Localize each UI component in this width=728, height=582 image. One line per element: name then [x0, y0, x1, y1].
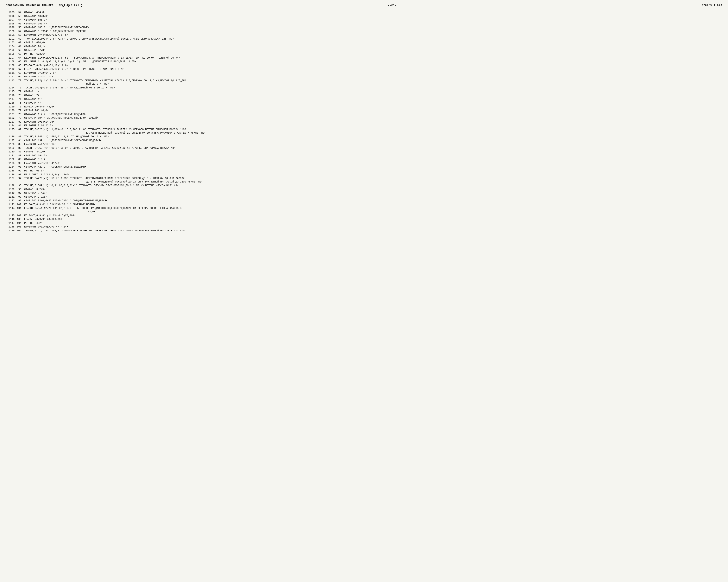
row-index2: 104 [17, 222, 24, 225]
row-index1: 1140 [6, 192, 17, 195]
row-index2: 59 [17, 37, 24, 41]
row-text: Е11=50НТ,11=8=2(А2=13,21)(А1,2)(Р1,2)' 5… [24, 60, 722, 64]
row-text: С147=13' 1323,0• [24, 15, 722, 18]
row-index2: 55 [17, 22, 24, 26]
row-index2: 65 [17, 60, 24, 64]
row-index2: 102 [17, 214, 24, 218]
row-text: Е6=85НТ,6=9=9' 20,6Х0,001• [24, 218, 722, 221]
row-index2: 62 [17, 49, 24, 52]
row-index1: 1138 [6, 184, 17, 187]
row-text: С147=16' 11• [24, 98, 722, 101]
row-index1: 1125 [6, 128, 17, 131]
row-index1: 1108 [6, 60, 17, 64]
row-index1: 1096 [6, 15, 17, 18]
table-row: 114299С147=24' 32Х0,6+35,9Х5+0,7Х5' ' СО… [6, 199, 722, 202]
table-row: 110764Е11=55НТ,11=8=1(А2=59,17)' 52' ' Г… [6, 56, 722, 60]
row-index1: 1110 [6, 68, 17, 71]
row-index2: 72 [17, 90, 24, 93]
table-row: 1144101Е6=3НТ,6=3=1(А2=26,6Х1,02)' 0,6' … [6, 206, 722, 213]
row-index2: 76 [17, 105, 24, 109]
table-row: 109956С147=24' 183,8' ' ДОПОЛНИТЕЛЬНЫЕ З… [6, 26, 722, 29]
row-text: Е7=215НТ7=13=2(А2=2,84)' 12+5• [24, 173, 722, 176]
row-text: С147=24' 0,3Х5• [24, 195, 722, 199]
table-row: 113996С147=8' 3,2Х5• [6, 188, 722, 191]
table-row: 1143100Е6=80НТ,6=9=4' 1,31Х16Х0,001' ' А… [6, 203, 722, 206]
row-index2: 91 [17, 165, 24, 169]
table-row: 109552С147=8' 464,8• [6, 11, 722, 14]
row-index2: 89 [17, 158, 24, 161]
row-text: С147=8' 24• [24, 94, 722, 97]
table-row: 1147104Р6' М2' 422• [6, 222, 722, 225]
table-row: 111168Е8=194НТ,8=22=6' 7,5• [6, 71, 722, 75]
row-index2: 100 [17, 203, 24, 206]
row-index2: 88 [17, 154, 24, 157]
row-index2: 66 [17, 64, 24, 67]
row-text: ТССЦНП,9=93(=1)' 0,378' 65,7' ТО ЖЕ,ДЛИН… [24, 86, 722, 90]
row-index1: 1144 [6, 206, 17, 210]
row-index2: 101 [17, 206, 24, 210]
row-text: ТПОМ,11=161(=1)' 9,6' 72,6' СТОИМОСТЬ ДИ… [24, 37, 722, 41]
table-row: 113289С147=24' 319,2• [6, 158, 722, 161]
row-index2: 86 [17, 146, 24, 150]
row-text: С147=26' 6,3Х14' ' СОЕДИНИТЕЛЬНЫЕ ИЗДЕЛИ… [24, 30, 722, 33]
row-index1: 1106 [6, 52, 17, 56]
row-index2: 94 [17, 177, 24, 180]
row-index1: 1123 [6, 120, 17, 124]
row-index1: 1146 [6, 218, 17, 221]
row-index2: 53 [17, 15, 24, 18]
row-index1: 1121 [6, 113, 17, 116]
header-left: ПРОГРАММНЫЙ КОМПЛЕКС АВС-ЗЕС ( РЕДА-ЦИЯ … [6, 4, 83, 7]
row-index1: 1133 [6, 161, 17, 165]
row-text: С147=24' 155,4• [24, 22, 722, 26]
table-row: 110158Е7=594НТ,7=44=8(А2=22,77)' 5• [6, 33, 722, 37]
row-index1: 1113 [6, 79, 17, 82]
row-index1: 1109 [6, 64, 17, 67]
table-row: 112582ТССЦНП,8=323(=1)' 1,08Х4+2,16+5,76… [6, 128, 722, 134]
row-index2: 67 [17, 68, 24, 71]
row-text: ТССЦНП,8=343(=1)' 580,5' 12,2' ТО ЖЕ,ДЛИ… [24, 135, 722, 138]
row-text: С147=24' 117,7' ' СОЕДИНИТЕЛЬНЫЕ ИЗДЕЛИЯ… [24, 113, 722, 116]
row-index2: 80 [17, 120, 24, 124]
table-row: 113693Е7=215НТ7=13=2(А2=2,84)' 12+5• [6, 173, 722, 176]
row-index1: 1139 [6, 188, 17, 191]
row-index1: 1098 [6, 22, 17, 26]
row-text: Е7=267НТ,7=14=1' 76• [24, 120, 722, 124]
row-index1: 1122 [6, 116, 17, 120]
row-index2: 63 [17, 52, 24, 56]
table-row: 111572С147=1' 1• [6, 90, 722, 93]
row-text: С121=2126' 44,6• [24, 109, 722, 112]
row-text: ТССЦНП,8=479(=1)' 59,7' 9,63' СТОИМОСТЬ … [24, 177, 722, 183]
row-index2: 98 [17, 195, 24, 199]
row-index2: 69 [17, 75, 24, 79]
row-index1: 1111 [6, 71, 17, 75]
table-row: 112380Е7=267НТ,7=14=1' 76• [6, 120, 722, 124]
row-text: С147=24' 4• [24, 101, 722, 105]
row-text: ТССЦНП,9=92(=1)' 0,084' 64,4' СТОИМОСТЬ … [24, 79, 722, 86]
row-index1: 1137 [6, 177, 17, 180]
table-row: 111774С147=16' 11• [6, 98, 722, 101]
row-text: С147=16' 0,4Х5• [24, 192, 722, 195]
row-index2: 68 [17, 71, 24, 75]
row-text: С147=16' 76,1• [24, 45, 722, 48]
row-index1: 1115 [6, 90, 17, 93]
table-row: 110461С147=16' 76,1• [6, 45, 722, 48]
table-row: 111370ТССЦНП,9=92(=1)' 0,084' 64,4' СТОИ… [6, 79, 722, 86]
row-index2: 71 [17, 86, 24, 90]
row-index2: 103 [17, 218, 24, 221]
row-text: Е8=31НТ,8=5=1(А2=31,13)' 3,7' ' ТО ЖЕ,ПР… [24, 68, 722, 71]
table-row: 110360С147=8' 680,0• [6, 41, 722, 44]
row-index2: 81 [17, 124, 24, 127]
row-index1: 1132 [6, 158, 17, 161]
row-index1: 1127 [6, 139, 17, 142]
table-row: 110259ТПОМ,11=161(=1)' 9,6' 72,6' СТОИМО… [6, 37, 722, 41]
row-text: С147=8' 3,2Х5• [24, 188, 722, 191]
row-index1: 1145 [6, 214, 17, 218]
row-text: Е11=55НТ,11=8=1(А2=59,17)' 52' ' ГОРИЗОН… [24, 56, 722, 60]
table-row: 111976Е9=31НТ,9=4=8' 44,6• [6, 105, 722, 109]
table-row: 109855С147=24' 155,4• [6, 22, 722, 26]
row-index2: 96 [17, 188, 24, 191]
row-index1: 1129 [6, 146, 17, 150]
table-row: 111269Е7=127НТ,7=9=1' 11• [6, 75, 722, 79]
row-text: Е7=184НТ,7=11=5(А2=3,47)' 24• [24, 225, 722, 229]
table-row: 110865Е11=50НТ,11=8=2(А2=13,21)(А1,2)(Р1… [6, 60, 722, 64]
